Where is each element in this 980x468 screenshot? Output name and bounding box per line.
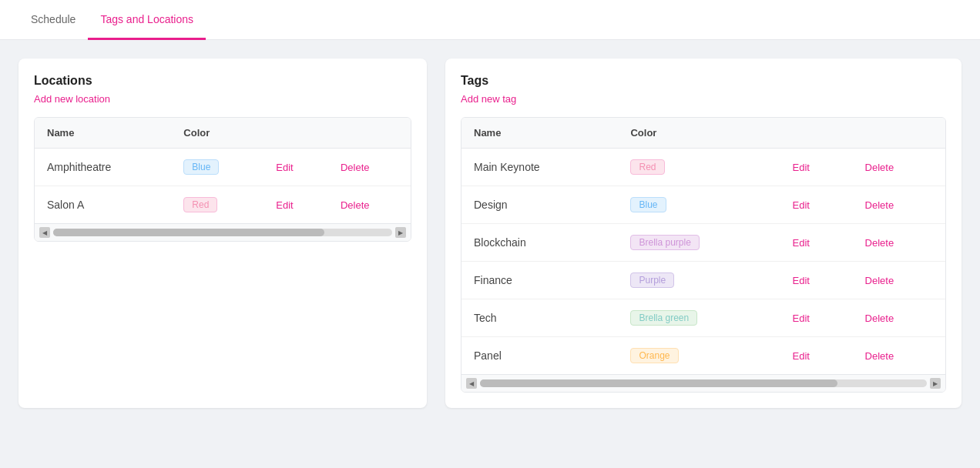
locations-table: Name Color Amphitheatre Blue Edit Delete… <box>35 118 411 223</box>
delete-button[interactable]: Delete <box>341 199 370 211</box>
tag-name: Panel <box>461 337 618 375</box>
location-color: Blue <box>171 149 263 186</box>
table-row: Blockchain Brella purple Edit Delete <box>461 224 945 262</box>
tag-edit-cell: Edit <box>780 186 852 224</box>
delete-button[interactable]: Delete <box>865 313 894 324</box>
locations-scroll-left[interactable]: ◀ <box>39 227 50 238</box>
tags-table-body: Main Keynote Red Edit Delete Design Blue… <box>461 149 945 375</box>
edit-button[interactable]: Edit <box>792 162 809 173</box>
location-delete-cell: Delete <box>328 149 411 186</box>
table-row: Panel Orange Edit Delete <box>461 337 945 375</box>
edit-button[interactable]: Edit <box>276 162 293 173</box>
tags-scroll-track[interactable] <box>480 379 927 387</box>
tags-col-actions1 <box>780 118 852 149</box>
tag-edit-cell: Edit <box>780 149 852 186</box>
location-edit-cell: Edit <box>263 186 328 224</box>
tags-table-container: Name Color Main Keynote Red Edit Delete … <box>461 117 946 393</box>
table-row: Design Blue Edit Delete <box>461 186 945 224</box>
delete-button[interactable]: Delete <box>865 275 894 286</box>
locations-col-color: Color <box>171 118 263 149</box>
locations-scrollbar[interactable]: ◀ ▶ <box>35 223 411 241</box>
tag-color: Brella purple <box>618 224 780 262</box>
tag-color: Orange <box>618 337 780 375</box>
tags-col-color: Color <box>618 118 780 149</box>
tags-table: Name Color Main Keynote Red Edit Delete … <box>461 118 945 374</box>
tags-col-actions2 <box>853 118 945 149</box>
table-row: Finance Purple Edit Delete <box>461 262 945 299</box>
tags-panel: Tags Add new tag Name Color Main Keynote <box>445 58 962 408</box>
delete-button[interactable]: Delete <box>341 162 370 173</box>
tag-edit-cell: Edit <box>780 299 852 337</box>
tag-delete-cell: Delete <box>853 262 945 299</box>
tag-color: Red <box>618 149 780 186</box>
table-row: Salon A Red Edit Delete <box>35 186 411 224</box>
location-edit-cell: Edit <box>263 149 328 186</box>
main-content: Locations Add new location Name Color Am <box>0 40 980 426</box>
delete-button[interactable]: Delete <box>865 162 894 173</box>
tag-name: Design <box>461 186 618 224</box>
delete-button[interactable]: Delete <box>865 350 894 362</box>
location-color: Red <box>171 186 263 224</box>
tags-scroll-right[interactable]: ▶ <box>930 378 941 389</box>
table-row: Main Keynote Red Edit Delete <box>461 149 945 186</box>
tags-scroll-thumb <box>480 379 837 387</box>
tag-edit-cell: Edit <box>780 262 852 299</box>
locations-table-container: Name Color Amphitheatre Blue Edit Delete… <box>34 117 411 242</box>
tag-delete-cell: Delete <box>853 299 945 337</box>
location-name: Amphitheatre <box>35 149 171 186</box>
locations-col-actions1 <box>263 118 328 149</box>
tag-delete-cell: Delete <box>853 337 945 375</box>
locations-scroll-right[interactable]: ▶ <box>395 227 406 238</box>
edit-button[interactable]: Edit <box>792 275 809 286</box>
tag-name: Blockchain <box>461 224 618 262</box>
edit-button[interactable]: Edit <box>792 313 809 324</box>
locations-scroll-track[interactable] <box>53 229 392 236</box>
add-tag-link[interactable]: Add new tag <box>461 93 516 105</box>
locations-col-name: Name <box>35 118 171 149</box>
delete-button[interactable]: Delete <box>865 237 894 249</box>
table-row: Tech Brella green Edit Delete <box>461 299 945 337</box>
tags-table-header: Name Color <box>461 118 945 149</box>
tag-name: Finance <box>461 262 618 299</box>
tags-scrollbar[interactable]: ◀ ▶ <box>461 374 945 392</box>
tag-edit-cell: Edit <box>780 337 852 375</box>
locations-table-body: Amphitheatre Blue Edit Delete Salon A Re… <box>35 149 411 224</box>
locations-col-actions2 <box>328 118 411 149</box>
locations-scroll-thumb <box>53 229 324 236</box>
table-row: Amphitheatre Blue Edit Delete <box>35 149 411 186</box>
location-delete-cell: Delete <box>328 186 411 224</box>
add-location-link[interactable]: Add new location <box>34 93 110 105</box>
locations-table-scroll[interactable]: Name Color Amphitheatre Blue Edit Delete… <box>35 118 411 223</box>
tag-color: Brella green <box>618 299 780 337</box>
tag-delete-cell: Delete <box>853 224 945 262</box>
edit-button[interactable]: Edit <box>792 237 809 249</box>
locations-title: Locations <box>34 74 411 88</box>
tag-delete-cell: Delete <box>853 149 945 186</box>
tags-title: Tags <box>461 74 946 88</box>
tag-color: Blue <box>618 186 780 224</box>
tag-name: Main Keynote <box>461 149 618 186</box>
tag-delete-cell: Delete <box>853 186 945 224</box>
top-nav: Schedule Tags and Locations <box>0 0 980 40</box>
edit-button[interactable]: Edit <box>792 199 809 211</box>
tab-schedule[interactable]: Schedule <box>18 0 88 40</box>
edit-button[interactable]: Edit <box>792 350 809 362</box>
tags-col-name: Name <box>461 118 618 149</box>
location-name: Salon A <box>35 186 171 224</box>
tag-color: Purple <box>618 262 780 299</box>
tag-edit-cell: Edit <box>780 224 852 262</box>
delete-button[interactable]: Delete <box>865 199 894 211</box>
locations-table-header: Name Color <box>35 118 411 149</box>
tags-scroll-left[interactable]: ◀ <box>466 378 477 389</box>
tags-table-scroll[interactable]: Name Color Main Keynote Red Edit Delete … <box>461 118 945 374</box>
edit-button[interactable]: Edit <box>276 199 293 211</box>
locations-panel: Locations Add new location Name Color Am <box>18 58 427 408</box>
tab-tags-locations[interactable]: Tags and Locations <box>88 0 206 40</box>
tag-name: Tech <box>461 299 618 337</box>
